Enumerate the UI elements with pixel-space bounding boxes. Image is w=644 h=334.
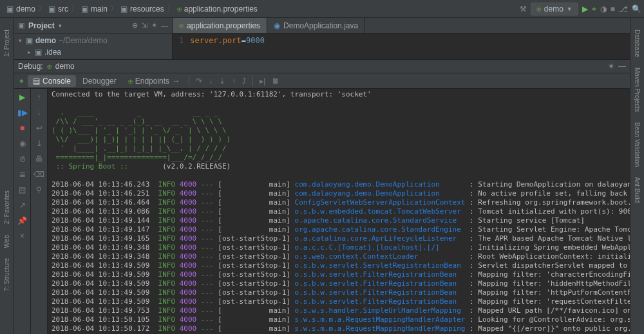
coverage-icon[interactable]: ◑ [600, 5, 607, 14]
run-config-select[interactable]: ⍟ demo ▼ [531, 3, 578, 15]
gear-icon[interactable]: ✶ [608, 62, 614, 71]
editor-val: 9000 [246, 36, 265, 45]
debug-icon[interactable]: ⌖ [592, 5, 596, 14]
step-into-icon[interactable]: ↓ [206, 77, 215, 86]
spring-icon: ⍟ [47, 62, 52, 71]
folder-icon: ▣ [81, 5, 88, 14]
tool-maven[interactable]: Maven Projects [634, 68, 641, 112]
editor-content[interactable]: 1server.port=9000 [173, 33, 630, 59]
editor-tab-properties[interactable]: ⍟ application.properties [173, 18, 267, 33]
chevron-down-icon[interactable]: ▾ [59, 23, 62, 29]
crumb-3[interactable]: resources [130, 5, 164, 14]
chevron-right-icon[interactable]: ▸ [26, 49, 32, 55]
crumb-1[interactable]: src [58, 5, 68, 14]
project-pane-title: Project [28, 21, 55, 30]
editor-eq: = [242, 36, 246, 45]
folder-icon: ▣ [35, 48, 42, 57]
tool-favorites[interactable]: 2: Favorites [3, 190, 10, 224]
left-tool-gutter: 1: Project 2: Favorites Web 7: Structure [0, 18, 14, 334]
spring-icon: ⍟ [177, 5, 182, 14]
pin-icon[interactable]: 📌 [17, 216, 27, 225]
project-tree[interactable]: ▾ ▣ demo ~/Demo/demo ▸ ▣ .idea [14, 33, 172, 59]
tree-root-path: ~/Demo/demo [59, 36, 108, 45]
search-icon[interactable]: 🔍 [632, 5, 641, 14]
line-number: 1 [179, 36, 184, 45]
frames-icon[interactable]: ≣ [19, 170, 26, 179]
tool-project[interactable]: 1: Project [3, 30, 10, 57]
project-pane: ▣ Project ▾ ⊕ ⇲ ✶ — ▾ ▣ demo ~/Demo/demo [14, 18, 173, 59]
chevron-down-icon[interactable]: ▾ [17, 37, 23, 44]
run-to-cursor-icon[interactable]: ▸| [257, 77, 268, 86]
debug-toolbar: ⌖ ▤ Console Debugger ⍟ Endpoints → ↷ ↓ ⇣… [14, 73, 630, 89]
step-out-icon[interactable]: ↑ [229, 77, 238, 86]
expand-icon[interactable]: ▣ [18, 21, 24, 30]
crumb-2[interactable]: main [91, 5, 108, 14]
drop-frame-icon[interactable]: ⤴ [240, 77, 249, 86]
settings-icon[interactable]: ↗ [19, 201, 26, 210]
mute-icon[interactable]: ⊘ [19, 154, 26, 163]
debug-bar: Debug: ⍟ demo ✶ — [14, 59, 630, 73]
stop-icon[interactable]: ■ [611, 5, 615, 14]
run-config-label: demo [544, 5, 564, 14]
tool-web[interactable]: Web [3, 235, 10, 248]
breadcrumb[interactable]: ▣ demo 〉 ▣ src 〉 ▣ main 〉 ▣ resources 〉 … [3, 0, 261, 17]
editor-tab-label: DemoApplication.java [283, 21, 358, 30]
evaluate-icon[interactable]: 🖩 [269, 77, 282, 86]
down-icon[interactable]: ↓ [37, 108, 41, 117]
bug-icon[interactable]: ⌖ [17, 77, 26, 86]
console-output[interactable]: Connected to the target VM, address: '12… [48, 89, 630, 334]
editor-key: server.port [190, 36, 241, 45]
tab-console[interactable]: ▤ Console [28, 75, 76, 87]
target-icon[interactable]: ⊕ [132, 21, 138, 30]
git-icon[interactable]: ⎇ [619, 5, 628, 14]
hide-icon[interactable]: — [618, 62, 626, 71]
hide-icon[interactable]: — [161, 22, 168, 30]
resume-icon[interactable]: ▮▶ [17, 108, 28, 117]
tree-child[interactable]: .idea [44, 48, 61, 57]
tool-ant[interactable]: Ant Build [634, 177, 641, 203]
collapse-icon[interactable]: ⇲ [142, 21, 147, 30]
gear-icon[interactable]: ✶ [151, 21, 157, 30]
rerun-icon[interactable]: ▶ [19, 93, 25, 102]
force-step-icon[interactable]: ⇣ [216, 77, 228, 86]
debug-side-toolbar: ▶ ▮▶ ■ ◉ ⊘ ≣ ▤ ↗ 📌 × [14, 89, 31, 334]
debug-label: Debug: [18, 62, 43, 71]
folder-icon: ▣ [6, 5, 14, 14]
step-over-icon[interactable]: ↷ [193, 77, 205, 86]
stop-icon[interactable]: ■ [20, 124, 24, 133]
tab-debugger[interactable]: Debugger [77, 75, 122, 87]
spring-icon: ⍟ [128, 77, 133, 86]
tree-root-name[interactable]: demo [35, 36, 56, 45]
print-icon[interactable]: 🖶 [35, 154, 43, 163]
tool-structure[interactable]: 7: Structure [3, 258, 10, 292]
module-icon: ▣ [26, 36, 33, 45]
up-icon[interactable]: ↑ [37, 93, 41, 102]
chevron-down-icon: ▼ [567, 6, 573, 12]
close-icon[interactable]: × [20, 232, 24, 241]
folder-icon: ▣ [48, 5, 55, 14]
tool-bean[interactable]: Bean Validation [634, 122, 641, 167]
layout-icon[interactable]: ▤ [19, 185, 26, 194]
wrap-icon[interactable]: ↩ [36, 124, 43, 133]
editor-tab-java[interactable]: ◉ DemoApplication.java [267, 18, 365, 33]
terminal-icon: ▤ [33, 77, 40, 86]
run-icon[interactable]: ▶ [582, 5, 588, 14]
folder-icon: ▣ [120, 5, 128, 14]
scroll-icon[interactable]: ⤓ [36, 139, 43, 148]
build-icon[interactable]: ⚒ [520, 5, 527, 14]
tool-database[interactable]: Database [634, 30, 641, 57]
top-toolbar: ▣ demo 〉 ▣ src 〉 ▣ main 〉 ▣ resources 〉 … [0, 0, 644, 18]
clear-icon[interactable]: ⌫ [33, 170, 44, 179]
crumb-4[interactable]: application.properties [184, 5, 258, 14]
chevron-right-icon: → [172, 77, 180, 86]
breakpoints-icon[interactable]: ◉ [19, 139, 26, 148]
java-icon: ◉ [274, 21, 280, 30]
spring-icon: ⍟ [179, 21, 184, 30]
editor-tab-bar: ⍟ application.properties ◉ DemoApplicati… [173, 18, 630, 33]
debug-config[interactable]: demo [55, 62, 75, 71]
filter-icon[interactable]: ⚲ [36, 185, 42, 194]
crumb-0[interactable]: demo [16, 5, 35, 14]
right-tool-gutter: Database Maven Projects Bean Validation … [630, 18, 644, 334]
tab-endpoints[interactable]: ⍟ Endpoints → [123, 75, 185, 87]
editor-pane: ⍟ application.properties ◉ DemoApplicati… [173, 18, 630, 59]
